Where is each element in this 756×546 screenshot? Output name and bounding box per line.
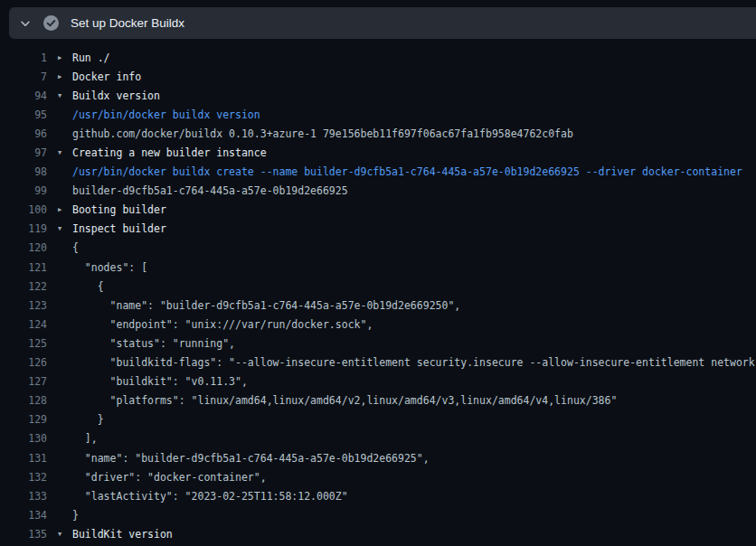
triangle-right-icon[interactable]: ▶ (58, 206, 71, 213)
log-group-line[interactable]: 135▼BuildKit version (0, 524, 756, 543)
log-line: 124 "endpoint": "unix:///var/run/docker.… (0, 315, 756, 334)
log-line: 129 } (0, 410, 756, 429)
log-output-text: "platforms": "linux/amd64,linux/amd64/v2… (71, 394, 617, 407)
log-line: 95/usr/bin/docker buildx version (0, 105, 756, 124)
log-output-text: "status": "running", (71, 337, 235, 350)
line-number[interactable]: 100 (0, 203, 47, 216)
line-number[interactable]: 127 (0, 375, 47, 388)
log-group-line[interactable]: 119▼Inspect builder (0, 220, 756, 239)
triangle-down-icon[interactable]: ▼ (58, 92, 71, 99)
log-line: 134} (0, 505, 756, 524)
step-header[interactable]: Set up Docker Buildx (9, 7, 756, 39)
line-number[interactable]: 122 (0, 280, 47, 293)
log-command-text: /usr/bin/docker buildx version (71, 108, 260, 121)
log-line: 120{ (0, 239, 756, 258)
log-output-text: } (71, 509, 79, 522)
log-output-text: builder-d9cfb5a1-c764-445a-a57e-0b19d2e6… (71, 184, 348, 197)
log-group-line[interactable]: 97▼Creating a new builder instance (0, 143, 756, 162)
log-output-text: github.com/docker/buildx 0.10.3+azure-1 … (71, 127, 573, 140)
log-command-text: /usr/bin/docker buildx create --name bui… (71, 165, 742, 178)
line-number[interactable]: 96 (0, 127, 47, 140)
triangle-down-icon[interactable]: ▼ (58, 531, 71, 538)
line-number[interactable]: 95 (0, 108, 47, 121)
check-circle-icon (43, 15, 59, 31)
log-line: 121 "nodes": [ (0, 258, 756, 277)
line-number[interactable]: 97 (0, 146, 47, 159)
line-number[interactable]: 120 (0, 241, 47, 254)
line-number[interactable]: 1 (0, 52, 47, 64)
log-line: 123 "name": "builder-d9cfb5a1-c764-445a-… (0, 296, 756, 315)
log-line: 122 { (0, 277, 756, 296)
group-title: Run ./ (71, 52, 110, 64)
log-output-text: "name": "builder-d9cfb5a1-c764-445a-a57e… (71, 299, 460, 312)
log-line: 127 "buildkit": "v0.11.3", (0, 372, 756, 391)
log-output-text: "name": "builder-d9cfb5a1-c764-445a-a57e… (71, 452, 430, 465)
line-number[interactable]: 129 (0, 413, 47, 426)
log-output-text: "buildkitd-flags": "--allow-insecure-ent… (71, 356, 756, 369)
log-group-line[interactable]: 1▶Run ./ (0, 48, 756, 67)
group-title: Buildx version (71, 89, 160, 102)
chevron-down-icon[interactable] (18, 16, 33, 31)
line-number[interactable]: 121 (0, 261, 47, 274)
log-line: 131 "name": "builder-d9cfb5a1-c764-445a-… (0, 448, 756, 467)
line-number[interactable]: 134 (0, 509, 47, 522)
log-output-text: "nodes": [ (71, 261, 147, 274)
line-number[interactable]: 135 (0, 528, 47, 541)
line-number[interactable]: 119 (0, 222, 47, 235)
log-line: 128 "platforms": "linux/amd64,linux/amd6… (0, 391, 756, 410)
line-number[interactable]: 125 (0, 337, 47, 350)
line-number[interactable]: 124 (0, 318, 47, 331)
line-number[interactable]: 98 (0, 165, 47, 178)
line-number[interactable]: 123 (0, 299, 47, 312)
log-line: 132 "driver": "docker-container", (0, 467, 756, 486)
log-line: 98/usr/bin/docker buildx create --name b… (0, 163, 756, 182)
line-number[interactable]: 126 (0, 356, 47, 369)
triangle-right-icon[interactable]: ▶ (58, 54, 71, 61)
group-title: Creating a new builder instance (71, 146, 267, 159)
group-title: BuildKit version (71, 528, 173, 541)
log-line: 133 "lastActivity": "2023-02-25T11:58:12… (0, 486, 756, 505)
log-output-text: "buildkit": "v0.11.3", (71, 375, 248, 388)
log-output-text: { (71, 280, 104, 293)
line-number[interactable]: 133 (0, 490, 47, 503)
group-title: Inspect builder (71, 222, 166, 235)
step-title: Set up Docker Buildx (71, 16, 184, 30)
log-line: 99builder-d9cfb5a1-c764-445a-a57e-0b19d2… (0, 182, 756, 201)
log-output-text: { (71, 241, 79, 254)
line-number[interactable]: 99 (0, 184, 47, 197)
log-group-line[interactable]: 7▶Docker info (0, 67, 756, 86)
line-number[interactable]: 94 (0, 89, 47, 102)
line-number[interactable]: 128 (0, 394, 47, 407)
line-number[interactable]: 132 (0, 471, 47, 484)
log-line: 96github.com/docker/buildx 0.10.3+azure-… (0, 124, 756, 143)
log-line: 130 ], (0, 429, 756, 448)
log-output-text: } (71, 413, 104, 426)
triangle-down-icon[interactable]: ▼ (58, 149, 71, 156)
log-group-line[interactable]: 94▼Buildx version (0, 86, 756, 105)
triangle-down-icon[interactable]: ▼ (58, 225, 71, 232)
triangle-right-icon[interactable]: ▶ (58, 73, 71, 80)
log-line: 126 "buildkitd-flags": "--allow-insecure… (0, 353, 756, 372)
log-output-text: "endpoint": "unix:///var/run/docker.sock… (71, 318, 373, 331)
group-title: Docker info (71, 71, 141, 83)
line-number[interactable]: 130 (0, 432, 47, 445)
log-output-text: ], (71, 432, 98, 445)
line-number[interactable]: 7 (0, 71, 47, 83)
log-area: 1▶Run ./7▶Docker info94▼Buildx version95… (0, 48, 756, 546)
log-line: 125 "status": "running", (0, 334, 756, 353)
log-output-text: "lastActivity": "2023-02-25T11:58:12.000… (71, 490, 348, 503)
log-output-text: "driver": "docker-container", (71, 471, 267, 484)
group-title: Booting builder (71, 203, 166, 216)
line-number[interactable]: 131 (0, 452, 47, 465)
log-group-line[interactable]: 100▶Booting builder (0, 201, 756, 220)
